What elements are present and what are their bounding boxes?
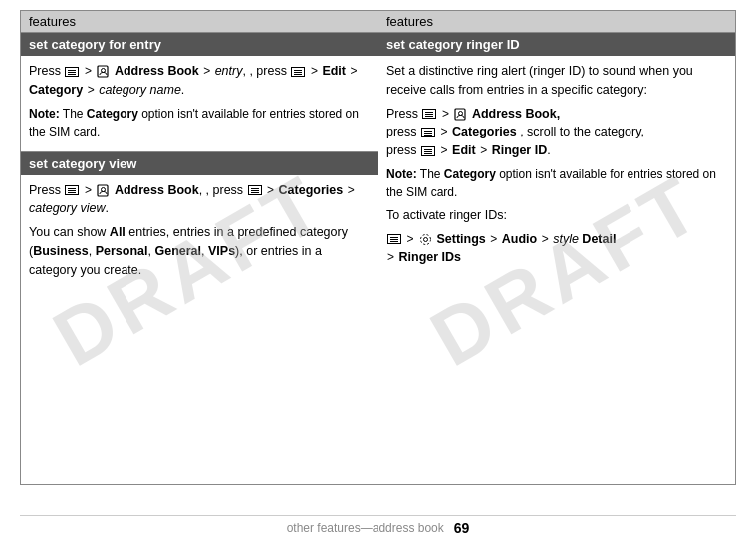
entry-label: entry bbox=[215, 64, 243, 78]
right-panel: features set category ringer ID Set a di… bbox=[378, 11, 735, 484]
menu-icon-5 bbox=[422, 109, 436, 119]
svg-point-3 bbox=[102, 187, 106, 191]
right-section1-body: Set a distinctive ring alert (ringer ID)… bbox=[378, 56, 735, 278]
page-number: 69 bbox=[454, 520, 470, 536]
address-book-icon-1 bbox=[97, 65, 110, 78]
right-intro-text: Set a distinctive ring alert (ringer ID)… bbox=[386, 64, 693, 97]
menu-icon-6 bbox=[421, 128, 435, 137]
style-label: style bbox=[553, 232, 579, 246]
activate-text: To activate ringer IDs: bbox=[386, 208, 507, 222]
right-section1-header: set category ringer ID bbox=[378, 33, 735, 56]
vips-label: VIPs bbox=[208, 244, 235, 258]
category-label-1: Category bbox=[29, 83, 83, 97]
left-section1-para1: Press > Address Book > entry, , press bbox=[29, 62, 370, 100]
note-category-1: Category bbox=[87, 107, 138, 121]
left-section1-title: set category for entry bbox=[29, 37, 161, 52]
note-label-1: Note: bbox=[29, 107, 60, 121]
svg-rect-4 bbox=[455, 109, 465, 120]
edit-label: Edit bbox=[322, 64, 346, 78]
svg-rect-2 bbox=[98, 185, 108, 196]
press-text-2b: , press bbox=[206, 183, 244, 197]
press-text-1: Press bbox=[29, 64, 61, 78]
left-section2-header: set category view bbox=[21, 151, 378, 175]
address-book-icon-2 bbox=[97, 184, 110, 197]
right-section1-note: Note: The Category option isn't availabl… bbox=[386, 165, 727, 201]
categories-label-2: Categories bbox=[452, 125, 517, 138]
page-wrapper: features set category for entry Press > bbox=[0, 0, 756, 542]
address-book-label-2: Address Book bbox=[115, 183, 199, 197]
business-label: Business bbox=[33, 244, 89, 258]
left-section1-note: Note: The Category option isn't availabl… bbox=[29, 105, 370, 140]
address-book-icon-3 bbox=[454, 108, 467, 121]
personal-label: Personal bbox=[96, 244, 148, 258]
settings-icon bbox=[419, 233, 432, 246]
settings-label: Settings bbox=[436, 232, 485, 246]
left-section2-para1: Press > Address Book, , press > Cat bbox=[29, 181, 370, 219]
left-section1-header: set category for entry bbox=[21, 33, 378, 56]
right-header-text: features bbox=[386, 14, 433, 29]
left-panel: features set category for entry Press > bbox=[21, 11, 378, 484]
menu-icon-7 bbox=[421, 146, 435, 156]
right-features-header: features bbox=[378, 11, 735, 33]
right-section1-activate-title: To activate ringer IDs: bbox=[386, 206, 727, 225]
svg-point-7 bbox=[420, 234, 430, 244]
svg-point-1 bbox=[102, 69, 106, 73]
menu-icon-8 bbox=[387, 234, 401, 244]
right-section1-steps: Press > Address Book, press > Categ bbox=[386, 105, 727, 160]
right-section1-title: set category ringer ID bbox=[386, 37, 520, 52]
press-text-2: Press bbox=[29, 183, 61, 197]
menu-icon-1 bbox=[65, 67, 79, 77]
press-text-1b: , press bbox=[249, 64, 287, 78]
press-text-4: press bbox=[386, 125, 417, 138]
right-section1-intro: Set a distinctive ring alert (ringer ID)… bbox=[386, 62, 727, 100]
press-text-3: Press bbox=[386, 107, 418, 121]
content-area: features set category for entry Press > bbox=[20, 10, 736, 485]
left-section2-para2: You can show All entries, entries in a p… bbox=[29, 223, 370, 279]
svg-rect-0 bbox=[98, 66, 108, 77]
left-header-text: features bbox=[29, 14, 76, 29]
audio-label: Audio bbox=[502, 232, 537, 246]
left-features-header: features bbox=[21, 11, 378, 33]
left-section2-title: set category view bbox=[29, 156, 136, 171]
category-name-label: category name bbox=[99, 83, 181, 97]
page-footer: other features—address book 69 bbox=[20, 515, 736, 542]
ringer-ids-label: Ringer IDs bbox=[399, 250, 462, 264]
svg-point-6 bbox=[423, 237, 427, 241]
menu-icon-2 bbox=[291, 67, 305, 77]
edit-label-2: Edit bbox=[452, 143, 476, 157]
note-label-2: Note: bbox=[386, 167, 417, 181]
note-category-2: Category bbox=[444, 167, 496, 181]
ringer-id-label: Ringer ID bbox=[492, 143, 548, 157]
right-section1-activate-steps: > Settings > Audio > style Detail > Ring… bbox=[386, 230, 727, 268]
left-section1-body: Press > Address Book > entry, , press bbox=[21, 56, 378, 151]
address-book-label-1: Address Book bbox=[115, 64, 199, 78]
category-view-label: category view bbox=[29, 201, 105, 215]
all-label: All bbox=[110, 225, 126, 239]
svg-point-5 bbox=[459, 111, 463, 115]
menu-icon-4 bbox=[248, 185, 262, 195]
general-label: General bbox=[154, 244, 201, 258]
press-text-5: press bbox=[386, 143, 417, 157]
detail-label: Detail bbox=[582, 232, 616, 246]
footer-inner: other features—address book 69 bbox=[20, 520, 736, 536]
address-book-label-3: Address Book, bbox=[472, 107, 560, 121]
left-section2-body: Press > Address Book, , press > Cat bbox=[21, 175, 378, 291]
menu-icon-3 bbox=[65, 185, 79, 195]
footer-text: other features—address book bbox=[287, 521, 444, 535]
categories-label-1: Categories bbox=[279, 183, 344, 197]
scroll-text: , scroll to the category, bbox=[520, 125, 644, 138]
